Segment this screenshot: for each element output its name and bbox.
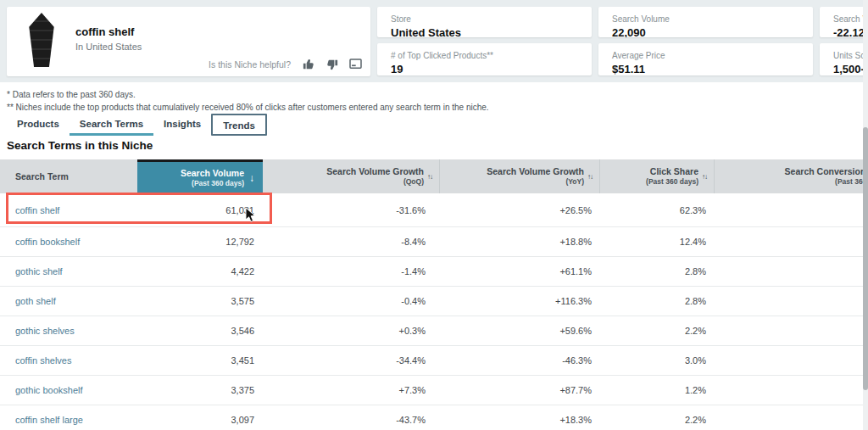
stat-card-search-volume: Search Volume 22,090 bbox=[598, 7, 813, 37]
tab-bar: Products Search Terms Insights Trends bbox=[7, 114, 267, 136]
stat-label: Store bbox=[391, 14, 578, 24]
search-volume-cell: 4,422 bbox=[137, 257, 263, 286]
search-term-link[interactable]: gothic shelves bbox=[15, 326, 75, 336]
conversion-rate-cell bbox=[714, 257, 868, 286]
stat-label: Search Volume bbox=[612, 14, 799, 24]
growth-qoq-cell: -0.4% bbox=[263, 287, 439, 316]
stat-card-average-price: Average Price $51.11 bbox=[598, 43, 813, 75]
table-header-row: Search Term Search Volume (Past 360 days… bbox=[0, 159, 868, 193]
search-term-link[interactable]: gothic bookshelf bbox=[15, 385, 83, 395]
growth-yoy-cell: +18.8% bbox=[439, 227, 599, 256]
search-term-link[interactable]: goth shelf bbox=[15, 296, 56, 306]
table-row: coffin shelf 61,031 -31.6% +26.5% 62.3% bbox=[0, 193, 868, 227]
growth-yoy-cell: +61.1% bbox=[439, 257, 599, 286]
search-volume-cell: 3,097 bbox=[137, 405, 263, 430]
search-term-link[interactable]: gothic shelf bbox=[15, 266, 63, 276]
thumbs-down-icon[interactable] bbox=[326, 58, 338, 70]
table-row: coffin shelves 3,451 -34.4% -46.3% 3.0% bbox=[0, 346, 868, 376]
conversion-rate-cell bbox=[714, 287, 868, 316]
table-body: coffin shelf 61,031 -31.6% +26.5% 62.3% … bbox=[0, 193, 868, 430]
growth-yoy-cell: +18.3% bbox=[439, 405, 599, 430]
scrollbar-thumb[interactable] bbox=[863, 127, 868, 390]
conversion-rate-cell bbox=[714, 316, 868, 345]
click-share-cell: 12.4% bbox=[599, 227, 714, 256]
sort-arrows-icon[interactable]: ↑↓ bbox=[427, 173, 432, 181]
table-row: gothic shelves 3,546 +0.3% +59.6% 2.2% bbox=[0, 316, 868, 346]
niche-summary-card: coffin shelf In United States Is this Ni… bbox=[7, 7, 370, 76]
click-share-cell: 62.3% bbox=[599, 193, 714, 226]
niche-product-image bbox=[28, 13, 55, 67]
table-row: gothic bookshelf 3,375 +7.3% +87.7% 1.2% bbox=[0, 376, 868, 405]
search-term-link[interactable]: coffin bookshelf bbox=[15, 237, 80, 247]
growth-yoy-cell: +26.5% bbox=[439, 193, 599, 226]
column-header-growth-yoy[interactable]: Search Volume Growth (YoY) ↑↓ bbox=[439, 159, 599, 193]
stat-card-top-clicked-products: # of Top Clicked Products** 19 bbox=[377, 43, 592, 75]
stat-label: Average Price bbox=[612, 51, 799, 60]
niche-title: coffin shelf bbox=[75, 25, 134, 38]
search-volume-cell: 61,031 bbox=[137, 193, 263, 226]
column-header-click-share[interactable]: Click Share (Past 360 days) ↑↓ bbox=[599, 159, 714, 193]
search-term-link[interactable]: coffin shelf large bbox=[15, 415, 83, 425]
column-header-search-volume[interactable]: Search Volume (Past 360 days) ↓ bbox=[137, 159, 263, 193]
growth-qoq-cell: -31.6% bbox=[263, 193, 439, 226]
growth-yoy-cell: -46.3% bbox=[439, 346, 599, 375]
main-content-panel: * Data refers to the past 360 days. ** N… bbox=[0, 82, 868, 430]
growth-qoq-cell: +0.3% bbox=[263, 316, 439, 345]
search-volume-cell: 3,575 bbox=[137, 287, 263, 316]
conversion-rate-cell bbox=[714, 227, 868, 256]
stat-value: United States bbox=[391, 26, 578, 37]
table-row: goth shelf 3,575 -0.4% +116.3% 2.8% bbox=[0, 287, 868, 316]
tab-products[interactable]: Products bbox=[7, 114, 70, 136]
sort-arrows-icon[interactable]: ↑↓ bbox=[702, 173, 707, 181]
stat-card-units-sold: Units Sold* 1,500-2,000 bbox=[820, 43, 868, 75]
search-term-link[interactable]: coffin shelf bbox=[15, 205, 59, 215]
column-header-search-term[interactable]: Search Term bbox=[0, 159, 137, 193]
column-header-growth-qoq[interactable]: Search Volume Growth (QoQ) ↑↓ bbox=[263, 159, 439, 193]
conversion-rate-cell bbox=[714, 405, 868, 430]
stat-value: 22,090 bbox=[612, 26, 799, 37]
growth-qoq-cell: -8.4% bbox=[263, 227, 439, 256]
mouse-cursor bbox=[245, 207, 256, 226]
click-share-cell: 1.2% bbox=[599, 376, 714, 405]
conversion-rate-cell bbox=[714, 193, 868, 226]
section-title: Search Terms in this Niche bbox=[7, 139, 153, 152]
click-share-cell: 2.2% bbox=[599, 405, 714, 430]
click-share-cell: 3.0% bbox=[599, 346, 714, 375]
thumbs-up-icon[interactable] bbox=[302, 58, 314, 70]
tab-search-terms[interactable]: Search Terms bbox=[70, 114, 153, 136]
stat-label: # of Top Clicked Products** bbox=[391, 51, 578, 60]
niche-subtitle: In United States bbox=[75, 42, 142, 52]
column-header-conversion-rate[interactable]: Search Conversion Rate (Past 360 days) bbox=[714, 159, 868, 193]
search-terms-table: Search Term Search Volume (Past 360 days… bbox=[0, 159, 868, 430]
search-volume-cell: 3,375 bbox=[137, 376, 263, 405]
growth-yoy-cell: +116.3% bbox=[439, 287, 599, 316]
tab-insights[interactable]: Insights bbox=[153, 114, 211, 136]
sort-arrows-icon[interactable]: ↑↓ bbox=[587, 173, 593, 181]
stat-value: $51.11 bbox=[612, 63, 799, 75]
table-row: coffin shelf large 3,097 -43.7% +18.3% 2… bbox=[0, 405, 868, 430]
growth-qoq-cell: -1.4% bbox=[263, 257, 439, 286]
conversion-rate-cell bbox=[714, 376, 868, 405]
vertical-scrollbar[interactable] bbox=[863, 0, 868, 430]
search-term-link[interactable]: coffin shelves bbox=[15, 355, 71, 366]
search-volume-cell: 12,792 bbox=[137, 227, 263, 256]
footnote-1: * Data refers to the past 360 days. bbox=[7, 88, 489, 101]
arrow-down-icon[interactable]: ↓ bbox=[249, 172, 254, 184]
conversion-rate-cell bbox=[714, 346, 868, 375]
comment-icon[interactable] bbox=[349, 58, 362, 70]
click-share-cell: 2.8% bbox=[599, 257, 714, 286]
footnote-2: ** Niches include the top products that … bbox=[7, 101, 489, 114]
table-row: coffin bookshelf 12,792 -8.4% +18.8% 12.… bbox=[0, 227, 868, 257]
growth-qoq-cell: +7.3% bbox=[263, 376, 439, 405]
growth-yoy-cell: +59.6% bbox=[439, 316, 599, 345]
search-volume-cell: 3,546 bbox=[137, 316, 263, 345]
growth-qoq-cell: -43.7% bbox=[263, 405, 439, 430]
search-volume-cell: 3,451 bbox=[137, 346, 263, 375]
growth-qoq-cell: -34.4% bbox=[263, 346, 439, 375]
stat-card-search-volume-growth: Search Volume Growth -22.12% bbox=[820, 7, 868, 37]
click-share-cell: 2.2% bbox=[599, 316, 714, 345]
stat-card-store: Store United States bbox=[377, 7, 592, 37]
table-row: gothic shelf 4,422 -1.4% +61.1% 2.8% bbox=[0, 257, 868, 287]
stat-value: 19 bbox=[391, 63, 578, 75]
tab-trends[interactable]: Trends bbox=[211, 114, 267, 136]
